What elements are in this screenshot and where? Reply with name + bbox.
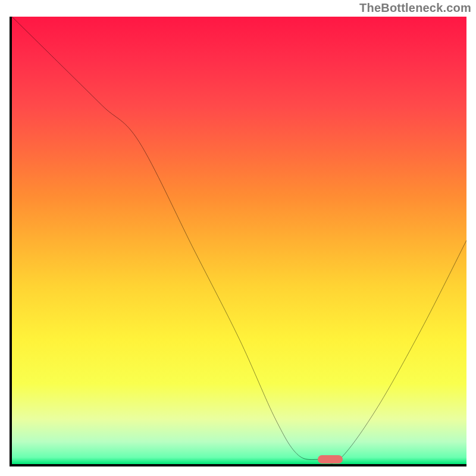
watermark-text: TheBottleneck.com — [359, 1, 471, 15]
plot-frame — [10, 17, 466, 466]
data-curve — [12, 17, 466, 464]
chart-container: TheBottleneck.com — [0, 0, 476, 476]
optimal-marker — [318, 455, 343, 464]
curve-layer — [12, 17, 466, 464]
